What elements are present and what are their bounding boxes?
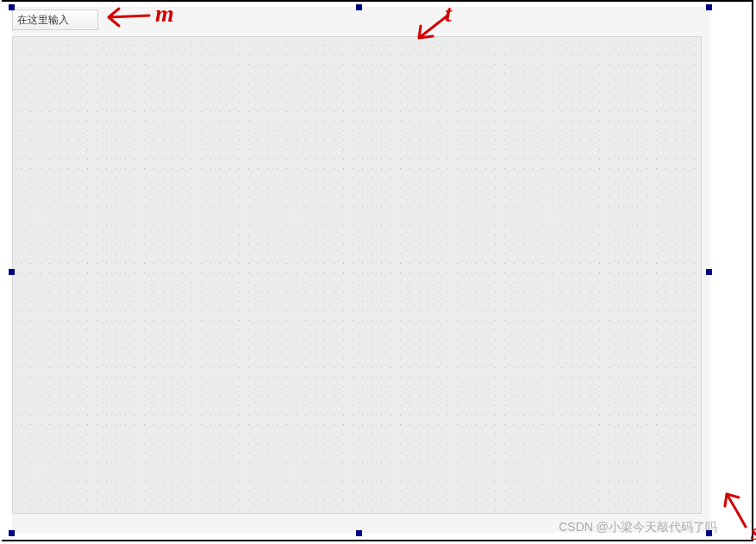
text-input-widget[interactable]: 在这里输入 [12,9,98,30]
resize-handle-bottom-middle[interactable] [356,530,362,536]
form-design-surface[interactable] [12,36,702,514]
resize-handle-top-middle[interactable] [356,4,362,10]
resize-handle-bottom-left[interactable] [9,530,15,536]
resize-handle-top-left[interactable] [9,4,15,10]
resize-handle-middle-left[interactable] [9,269,15,275]
resize-handle-middle-right[interactable] [706,269,712,275]
watermark-text: CSDN @小梁今天敲代码了吗 [559,520,717,535]
resize-handle-top-right[interactable] [706,4,712,10]
input-label-text: 在这里输入 [17,14,69,26]
